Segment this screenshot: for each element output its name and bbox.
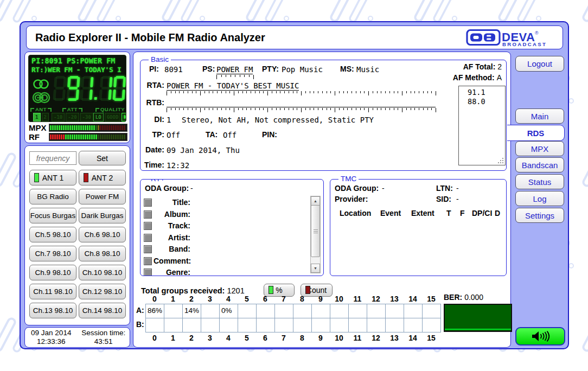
deva-watermark-glyph xyxy=(575,314,588,354)
logout-button[interactable]: Logout xyxy=(515,56,564,72)
rtplus-row: Album: xyxy=(140,210,323,220)
rtplus-oda-label: ODA Group: xyxy=(145,184,189,193)
group-a-cell xyxy=(238,304,257,318)
preset-button-ch-7-98-10[interactable]: Ch.7 98.10 xyxy=(29,246,76,261)
basic-groupbox: Basic PI: 8091 PS: POWER FM PTY: Pop Mus… xyxy=(140,60,507,171)
ms-label: MS: xyxy=(340,65,354,73)
scroll-down-button[interactable]: ▼ xyxy=(311,264,320,273)
col-header: 3 xyxy=(201,334,219,342)
preset-button-ch-11-98-10[interactable]: Ch.11 98.10 xyxy=(29,284,76,299)
indicator-2: 2 xyxy=(42,113,49,121)
group-b-cell xyxy=(164,318,183,332)
tab-rds[interactable]: RDS xyxy=(507,125,565,141)
group-b-cell xyxy=(349,318,367,332)
tmc-ltn-label: LTN: xyxy=(436,184,453,193)
preset-button-ch-6-98-10[interactable]: Ch.6 98.10 xyxy=(79,227,126,242)
col-header: 14 xyxy=(404,334,422,342)
group-a-cell xyxy=(330,304,349,318)
frequency-input[interactable] xyxy=(29,151,76,165)
col-header: 7 xyxy=(274,334,293,342)
col-header: 0 xyxy=(145,334,164,342)
preset-button-darik-burgas[interactable]: Darik Burgas xyxy=(79,208,126,223)
rtplus-scrollbar[interactable]: ▲ ▼ xyxy=(310,196,321,273)
set-button[interactable]: Set xyxy=(79,151,126,165)
col-header: 10 xyxy=(330,334,348,342)
rtplus-led-album xyxy=(144,210,152,219)
ps-label: PS: xyxy=(202,65,215,73)
preset-button-ch-8-98-10[interactable]: Ch.8 98.10 xyxy=(79,246,126,261)
tmc-legend: TMC xyxy=(338,175,359,183)
col-header: 9 xyxy=(311,334,330,342)
tmc-ltn-value: - xyxy=(456,184,459,193)
af-list-box[interactable]: 91.188.0 xyxy=(458,86,506,165)
ta-value: Off xyxy=(223,131,237,139)
preset-button-ch-13-98-10[interactable]: Ch.13 98.10 xyxy=(29,303,76,318)
pin-label: PIN: xyxy=(262,130,277,139)
tab-status[interactable]: Status xyxy=(515,174,564,189)
deva-watermark-glyph xyxy=(575,0,588,24)
rtplus-row: Artist: xyxy=(140,233,323,243)
rta-ruler xyxy=(167,91,436,95)
col-header: 11 xyxy=(348,295,367,303)
preset-button-ch-14-98-10[interactable]: Ch.14 98.10 xyxy=(79,303,126,318)
col-header: 4 xyxy=(219,334,238,342)
rds-main-panel: Basic PI: 8091 PS: POWER FM PTY: Pop Mus… xyxy=(133,52,511,348)
tab-settings[interactable]: Settings xyxy=(515,208,564,223)
group-b-cell xyxy=(367,318,386,332)
rtplus-field-label: Genre: xyxy=(154,268,190,276)
group-b-cell xyxy=(238,318,257,332)
ant2-button[interactable]: ANT 2 xyxy=(79,170,126,186)
col-header: 8 xyxy=(293,334,311,342)
tmc-col-event: Event xyxy=(380,209,401,218)
lcd-pi-ps-line: PI:8091 PS:POWER FM xyxy=(31,56,115,65)
tab-log[interactable]: Log xyxy=(515,191,564,206)
preset-button-ch-5-98-10[interactable]: Ch.5 98.10 xyxy=(29,227,76,242)
col-header: 10 xyxy=(330,295,348,303)
col-header: 15 xyxy=(422,295,440,303)
group-a-cell xyxy=(312,304,330,318)
preset-button-power-fm[interactable]: Power FM xyxy=(79,189,126,204)
pty-value: Pop Music xyxy=(282,65,323,74)
speaker-icon xyxy=(530,330,551,342)
tp-label: TP: xyxy=(140,130,164,139)
indicator-group-quality: QUALITYLOGOODHI xyxy=(93,106,126,121)
indicator-group-ant: ANT12 xyxy=(30,106,52,121)
af-list-item: 88.0 xyxy=(468,97,505,106)
preset-button-ch-12-98-10[interactable]: Ch.12 98.10 xyxy=(79,284,126,299)
col-header: 3 xyxy=(201,295,219,303)
time-value: 12:32 xyxy=(167,161,189,170)
group-b-cell xyxy=(423,318,441,332)
scrollbar-thumb[interactable] xyxy=(311,205,320,257)
preset-button-ch-9-98-10[interactable]: Ch.9 98.10 xyxy=(29,265,76,280)
di-label: DI: xyxy=(140,115,164,124)
audio-mute-button[interactable] xyxy=(515,327,565,346)
tmc-sid-value: - xyxy=(456,195,459,203)
rtplus-field-label: Comment: xyxy=(154,257,190,265)
tmc-oda-value: - xyxy=(382,184,385,193)
deva-watermark-glyph xyxy=(407,0,461,24)
tab-mpx[interactable]: MPX xyxy=(515,141,564,156)
preset-button-ch-10-98-10[interactable]: Ch.10 98.10 xyxy=(79,265,126,280)
col-header: 0 xyxy=(145,295,164,303)
rtplus-row: Genre: xyxy=(140,268,323,276)
group-b-cell xyxy=(275,318,293,332)
indicator-group-label: QUALITY xyxy=(95,106,126,112)
time-label: Time: xyxy=(140,161,164,169)
rf-meter-label: RF xyxy=(29,132,40,142)
tmc-col-dpci: DP/CI xyxy=(472,209,492,218)
ant1-button[interactable]: ANT 1 xyxy=(29,170,76,186)
deva-watermark-glyph xyxy=(155,0,209,24)
rtplus-field-label: Album: xyxy=(154,210,190,219)
scroll-up-button[interactable]: ▲ xyxy=(311,196,320,206)
ps-ruler xyxy=(216,75,253,79)
preset-button-bg-radio[interactable]: BG Radio xyxy=(29,189,76,204)
ber-graph-baseline xyxy=(445,329,511,330)
preset-button-focus-burgas[interactable]: Focus Burgas xyxy=(29,208,76,223)
rtplus-led-title xyxy=(144,199,152,207)
tab-main[interactable]: Main xyxy=(515,108,564,124)
tab-bandscan[interactable]: Bandscan xyxy=(515,157,564,172)
deva-watermark-glyph xyxy=(71,0,125,24)
lcd-radiotext-line: RT:)WER FM - TODAY'S I xyxy=(31,66,122,74)
tmc-col-t: T xyxy=(446,209,451,218)
stereo-icon xyxy=(31,78,51,90)
